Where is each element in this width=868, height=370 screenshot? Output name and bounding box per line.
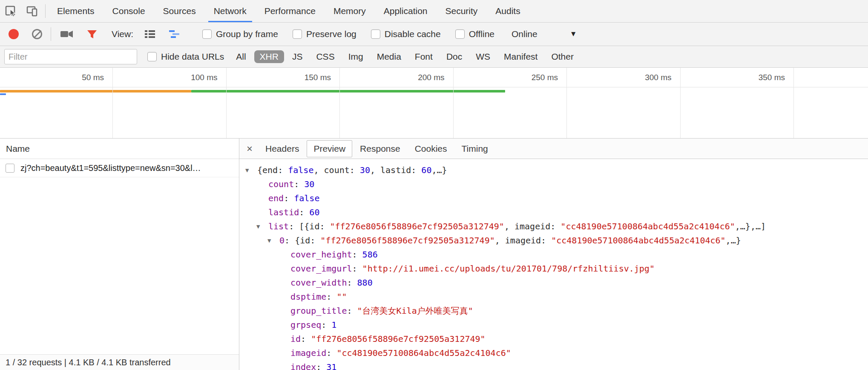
timeline-bar-green bbox=[191, 90, 505, 92]
number-token: 31 bbox=[326, 362, 336, 370]
plain-token: : bbox=[352, 263, 362, 274]
timeline-labels-row: 50 ms100 ms150 ms200 ms250 ms300 ms350 m… bbox=[0, 68, 868, 87]
tree-indent-spacer bbox=[279, 290, 290, 304]
filter-type-media[interactable]: Media bbox=[371, 50, 407, 63]
filter-toggle-button[interactable] bbox=[86, 29, 98, 40]
close-icon[interactable]: × bbox=[241, 143, 258, 155]
checkbox-hide-data-urls: Hide data URLs bbox=[147, 52, 224, 62]
record-button[interactable] bbox=[9, 29, 19, 39]
chevron-down-icon[interactable]: ▼ bbox=[570, 30, 577, 38]
tree-line: count: 30 bbox=[245, 177, 868, 191]
inspect-element-button[interactable] bbox=[0, 0, 21, 22]
tab-network[interactable]: Network bbox=[205, 0, 256, 22]
clear-button[interactable] bbox=[32, 29, 42, 39]
plain-token: : [{id: bbox=[289, 221, 330, 231]
detail-tab-headers[interactable]: Headers bbox=[259, 140, 306, 157]
property-name-token: 0 bbox=[279, 235, 285, 246]
timeline-gridline bbox=[566, 68, 567, 138]
tab-application[interactable]: Application bbox=[375, 0, 437, 22]
request-row-checkbox[interactable] bbox=[6, 164, 14, 173]
plain-token: , imageid: bbox=[504, 221, 560, 231]
tree-disclosure-icon[interactable]: ▼ bbox=[267, 234, 279, 248]
camera-icon bbox=[60, 29, 74, 40]
tab-elements[interactable]: Elements bbox=[48, 0, 103, 22]
disable-cache-checkbox[interactable] bbox=[371, 29, 380, 39]
plain-token: {end: bbox=[257, 165, 288, 175]
string-token: "ff276e8056f58896e7cf92505a312749" bbox=[320, 235, 494, 246]
tab-audits[interactable]: Audits bbox=[486, 0, 529, 22]
timeline-gridline bbox=[680, 68, 681, 138]
property-name-token: id bbox=[290, 334, 301, 344]
number-token: 30 bbox=[360, 165, 370, 175]
filter-type-manifest[interactable]: Manifest bbox=[498, 50, 543, 63]
tree-line: dsptime: "" bbox=[245, 290, 868, 304]
offline-checkbox[interactable] bbox=[455, 29, 465, 39]
filter-type-all[interactable]: All bbox=[230, 50, 251, 63]
tree-indent-spacer bbox=[279, 318, 290, 332]
string-token: "cc48190e57100864abc4d55a2c4104c6" bbox=[551, 235, 725, 246]
throttling-select[interactable]: Online bbox=[512, 29, 537, 39]
requests-pane: Name zj?ch=beauty&t1=595&listtype=new&sn… bbox=[0, 139, 239, 370]
filter-type-font[interactable]: Font bbox=[409, 50, 438, 63]
tree-disclosure-icon[interactable]: ▼ bbox=[256, 220, 268, 234]
tab-memory[interactable]: Memory bbox=[325, 0, 375, 22]
network-filterbar: Hide data URLs AllXHRJSCSSImgMediaFontDo… bbox=[0, 46, 868, 68]
detail-tab-cookies[interactable]: Cookies bbox=[408, 140, 454, 157]
filter-type-js[interactable]: JS bbox=[287, 50, 308, 63]
filter-type-doc[interactable]: Doc bbox=[441, 50, 468, 63]
property-name-token: lastid bbox=[268, 207, 299, 217]
request-row[interactable]: zj?ch=beauty&t1=595&listtype=new&sn=30&l… bbox=[0, 159, 239, 177]
filter-type-xhr[interactable]: XHR bbox=[254, 50, 284, 63]
filter-type-css[interactable]: CSS bbox=[310, 50, 340, 63]
detail-tab-timing[interactable]: Timing bbox=[455, 140, 495, 157]
hide-data-urls-checkbox[interactable] bbox=[147, 52, 157, 61]
tab-security[interactable]: Security bbox=[436, 0, 486, 22]
timeline-tick-label: 250 ms bbox=[477, 68, 562, 87]
plain-token: , count: bbox=[313, 165, 359, 175]
property-name-token: cover_height bbox=[290, 249, 352, 260]
preserve-log-label: Preserve log bbox=[306, 29, 356, 39]
capture-screenshots-button[interactable] bbox=[60, 29, 74, 40]
preview-json-tree: ▼{end: false, count: 30, lastid: 60,…} c… bbox=[239, 159, 868, 370]
preserve-log-checkbox[interactable] bbox=[293, 29, 302, 39]
timeline-tick-label: 100 ms bbox=[137, 68, 222, 87]
tree-disclosure-icon[interactable]: ▼ bbox=[245, 163, 257, 177]
property-name-token: end bbox=[268, 193, 284, 203]
tree-line: end: false bbox=[245, 191, 868, 205]
detail-tab-preview[interactable]: Preview bbox=[307, 140, 352, 157]
filter-input[interactable] bbox=[4, 49, 137, 64]
group-by-frame-checkbox[interactable] bbox=[202, 29, 212, 39]
tree-indent-spacer bbox=[279, 276, 290, 290]
device-toolbar-icon bbox=[26, 5, 38, 17]
detail-tab-response[interactable]: Response bbox=[353, 140, 407, 157]
timeline-tick-label: 300 ms bbox=[591, 68, 676, 87]
tree-indent-spacer bbox=[279, 262, 290, 276]
filter-type-other[interactable]: Other bbox=[546, 50, 579, 63]
tab-console[interactable]: Console bbox=[103, 0, 154, 22]
toolbar-checkboxes: Group by framePreserve logDisable cacheO… bbox=[188, 29, 494, 39]
devtools-tabbar: ElementsConsoleSourcesNetworkPerformance… bbox=[0, 0, 868, 23]
property-name-token: group_title bbox=[290, 306, 347, 316]
show-overview-button[interactable] bbox=[168, 29, 182, 40]
tree-line: grpseq: 1 bbox=[245, 318, 868, 332]
timeline-gridline bbox=[339, 68, 340, 138]
toolbar-separator bbox=[51, 27, 51, 41]
use-large-rows-button[interactable] bbox=[144, 29, 156, 40]
plain-token: : bbox=[301, 334, 311, 344]
device-toolbar-button[interactable] bbox=[21, 0, 43, 22]
string-token: "ff276e8056f58896e7cf92505a312749" bbox=[311, 334, 485, 344]
timeline-gridline bbox=[226, 68, 227, 138]
name-column-header[interactable]: Name bbox=[0, 139, 239, 159]
number-token: 60 bbox=[421, 165, 431, 175]
checkbox-group-disable-cache: Disable cache bbox=[371, 29, 441, 39]
string-token: "台湾美女Kila户外唯美写真" bbox=[357, 306, 473, 316]
tab-performance[interactable]: Performance bbox=[256, 0, 325, 22]
tree-line: id: "ff276e8056f58896e7cf92505a312749" bbox=[245, 332, 868, 346]
filter-type-img[interactable]: Img bbox=[343, 50, 369, 63]
timeline-tick-label: 50 ms bbox=[23, 68, 108, 87]
plain-token: , lastid: bbox=[370, 165, 421, 175]
timeline-overview[interactable]: 50 ms100 ms150 ms200 ms250 ms300 ms350 m… bbox=[0, 68, 868, 139]
tab-sources[interactable]: Sources bbox=[154, 0, 205, 22]
string-token: "cc48190e57100864abc4d55a2c4104c6" bbox=[336, 348, 511, 358]
filter-type-ws[interactable]: WS bbox=[470, 50, 496, 63]
